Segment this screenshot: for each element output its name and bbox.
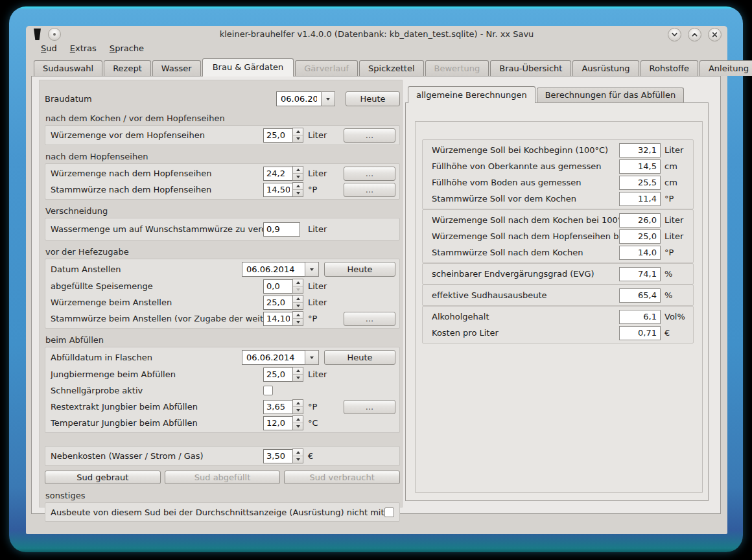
close-button[interactable] [708, 28, 722, 41]
more-button[interactable]: ... [344, 167, 395, 181]
spin-field[interactable] [263, 368, 293, 382]
spin-down-icon[interactable] [293, 406, 303, 414]
more-button[interactable]: ... [344, 312, 395, 326]
tab-sudauswahl[interactable]: Sudauswahl [34, 60, 102, 76]
chevron-down-icon[interactable] [305, 350, 319, 365]
abfuelldatum-heute-button[interactable]: Heute [324, 350, 395, 365]
spin-field[interactable] [263, 279, 293, 294]
spin-buttons[interactable] [292, 367, 303, 382]
spinbox-stammwuerze-nach-hopfenseihen[interactable] [263, 182, 305, 197]
schnellgaerprobe-checkbox[interactable] [263, 386, 273, 395]
unit-label: Liter [305, 169, 338, 178]
abfuelldatum-date-field[interactable] [242, 350, 305, 365]
spin-down-icon[interactable] [293, 423, 303, 430]
spin-buttons[interactable] [292, 182, 303, 197]
calc-label: Würzemenge Soll nach dem Kochen bei 100°… [432, 215, 619, 225]
braudatum-date-combo[interactable] [276, 91, 335, 106]
braudatum-heute-button[interactable]: Heute [346, 91, 400, 106]
tab-page: Braudatum Heute nach dem Kochen / vor de… [31, 76, 721, 514]
spin-buttons[interactable] [292, 311, 303, 326]
tab-rohstoffe[interactable]: Rohstoffe [640, 60, 698, 76]
spinbox-restextrakt[interactable] [263, 399, 305, 414]
spin-buttons[interactable] [292, 295, 303, 310]
tab-brau-gaerdaten[interactable]: Brau & Gärdaten [202, 58, 294, 76]
tab-rezept[interactable]: Rezept [104, 60, 151, 76]
anstellen-date-field[interactable] [242, 262, 305, 277]
sud-gebraut-button[interactable]: Sud gebraut [45, 471, 161, 484]
titlebar[interactable]: kleiner-brauhelfer v1.4.0.0 (Datenbank: … [26, 26, 727, 41]
spin-down-icon[interactable] [293, 374, 303, 381]
spin-up-icon[interactable] [293, 449, 303, 456]
spin-up-icon[interactable] [293, 128, 303, 135]
ausbeute-ausschliessen-checkbox[interactable] [384, 508, 394, 517]
spin-field[interactable] [263, 416, 293, 430]
spin-down-icon[interactable] [293, 135, 303, 142]
spin-down-icon[interactable] [293, 456, 303, 463]
spin-up-icon[interactable] [293, 400, 303, 406]
more-button[interactable]: ... [344, 128, 395, 143]
spin-buttons[interactable] [292, 128, 303, 143]
spinbox-temperatur[interactable] [263, 415, 305, 430]
spinbox-speisemenge[interactable] [263, 279, 305, 294]
spin-up-icon[interactable] [293, 183, 303, 189]
spin-field[interactable] [263, 167, 293, 181]
spin-up-icon[interactable] [293, 416, 303, 423]
spin-up-icon[interactable] [293, 312, 303, 318]
spin-field[interactable] [263, 183, 293, 197]
group-hopfenseihen: Würzemenge nach dem Hopfenseihen Liter .… [45, 163, 400, 200]
spinbox-nebenkosten[interactable] [263, 449, 305, 463]
spin-down-icon[interactable] [293, 189, 303, 196]
tab-spickzettel[interactable]: Spickzettel [359, 60, 423, 76]
spin-buttons[interactable] [292, 449, 303, 463]
chevron-down-icon[interactable] [321, 91, 335, 106]
abfuelldatum-date-combo[interactable] [242, 350, 319, 365]
spin-down-icon[interactable] [293, 318, 303, 325]
wassermenge-field[interactable] [263, 222, 300, 237]
spin-field[interactable] [263, 449, 293, 463]
spin-buttons[interactable] [292, 166, 303, 181]
spin-up-icon[interactable] [293, 167, 303, 173]
calc-row: Würzemenge Soll nach dem Kochen bei 100°… [432, 212, 688, 228]
tab-brau-uebersicht[interactable]: Brau-Übersicht [490, 60, 571, 76]
tab-ausruestung[interactable]: Ausrüstung [572, 60, 639, 76]
spin-up-icon[interactable] [293, 368, 303, 374]
spin-field[interactable] [263, 312, 293, 326]
spin-buttons[interactable] [292, 279, 303, 294]
spin-field[interactable] [263, 128, 293, 143]
menu-sud[interactable]: Sud [34, 42, 64, 55]
tab-berechnungen-abfuellen[interactable]: Berechnungen für das Abfüllen [537, 88, 685, 102]
window-menu-button[interactable] [48, 28, 61, 41]
field-label: Stammwürze beim Anstellen (vor Zugabe de… [51, 314, 263, 323]
tab-anleitung[interactable]: Anleitung [699, 60, 752, 76]
group-hefezugabe: Datum Anstellen Heute abgefüllte Speisem… [45, 259, 400, 329]
anstellen-heute-button[interactable]: Heute [324, 262, 395, 277]
minimize-button[interactable] [668, 28, 681, 41]
spinbox-wuerzemenge-anstellen[interactable] [263, 295, 305, 310]
section-title-verschneidung: Verschneidung [45, 206, 400, 216]
spin-field[interactable] [263, 296, 293, 310]
spin-field[interactable] [263, 400, 293, 414]
spin-up-icon[interactable] [293, 296, 303, 302]
sud-action-buttons: Sud gebraut Sud abgefüllt Sud verbraucht [45, 471, 400, 484]
tab-wasser[interactable]: Wasser [152, 60, 201, 76]
more-button[interactable]: ... [344, 183, 395, 197]
spinbox-jungbiermenge[interactable] [263, 367, 305, 382]
field-label: Schnellgärprobe aktiv [51, 386, 263, 395]
menu-sprache[interactable]: Sprache [103, 42, 150, 55]
spin-buttons[interactable] [292, 415, 303, 430]
tab-allgemeine-berechnungen[interactable]: allgemeine Berechnungen [408, 86, 535, 103]
spin-down-icon[interactable] [293, 173, 303, 180]
more-button[interactable]: ... [344, 400, 395, 414]
braudatum-date-field[interactable] [276, 91, 322, 106]
maximize-button[interactable] [688, 28, 701, 41]
menu-extras[interactable]: Extras [64, 42, 103, 55]
spinbox-stammwuerze-anstellen[interactable] [263, 311, 305, 326]
menubar: Sud Extras Sprache [26, 41, 727, 56]
spin-down-icon[interactable] [293, 302, 303, 309]
anstellen-date-combo[interactable] [242, 262, 319, 277]
chevron-down-icon[interactable] [305, 262, 319, 277]
spinbox-wuerzemenge-vor-hopfenseihen[interactable] [263, 128, 305, 143]
spin-buttons[interactable] [292, 399, 303, 414]
spin-up-icon[interactable] [293, 279, 303, 286]
spinbox-wuerzemenge-nach-hopfenseihen[interactable] [263, 166, 305, 181]
